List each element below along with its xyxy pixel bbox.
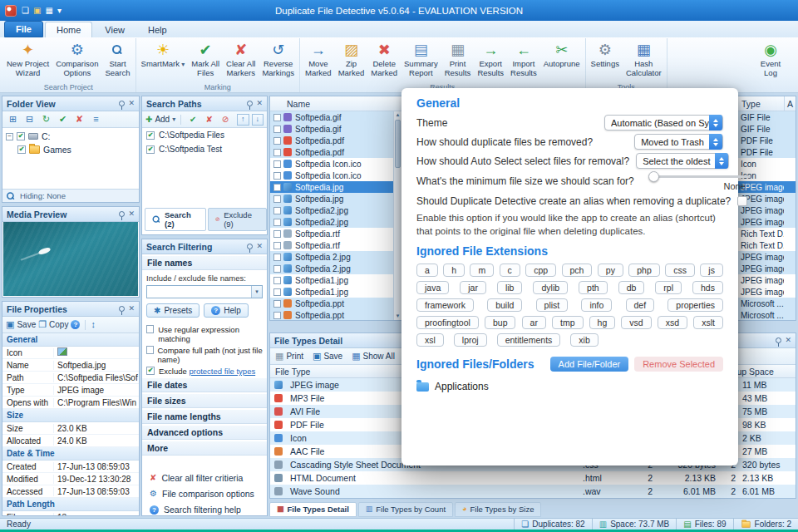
ribbon-button-autoprune[interactable]: ✂Autoprune [540,38,584,82]
extension-tag-java[interactable]: java [416,281,449,294]
copy-properties-button[interactable]: ❐Copy [38,320,68,329]
ribbon-button-smartmark[interactable]: ☀SmartMark ▾ [138,38,189,82]
filter-link-clear-all-filter-critieria[interactable]: ✘Clear all filter critieria [150,473,259,483]
close-icon[interactable]: ✕ [128,305,135,313]
ribbon-button-settings[interactable]: ⚙Settings [588,38,623,82]
file-type-row[interactable]: HTML Document.html22.13 KB22.13 KB [270,471,796,485]
filter-link-search-filtering-help[interactable]: ?Search filtering help [150,505,259,515]
row-checkbox[interactable] [273,160,281,168]
extension-tag-js[interactable]: js [700,264,723,277]
extension-tag-ar[interactable]: ar [522,316,546,329]
ribbon-button-new-project-wizard[interactable]: ✦New ProjectWizard [3,38,52,82]
filter-section-file-dates[interactable]: File dates [142,378,267,392]
extension-tag-hds[interactable]: hds [692,281,723,294]
checkbox[interactable] [146,325,154,333]
extension-tag-h[interactable]: h [443,264,465,277]
combo-arrow-icon[interactable]: ▾ [251,286,262,298]
row-checkbox[interactable] [273,195,281,203]
extension-tag-m[interactable]: m [470,264,494,277]
row-checkbox[interactable] [273,242,281,249]
row-checkbox[interactable] [273,288,281,296]
down-icon[interactable]: ↓ [252,114,264,126]
row-checkbox[interactable] [273,265,281,273]
property-section-path-length[interactable]: Path Length [2,498,139,511]
extension-tag-vsd[interactable]: vsd [621,316,651,329]
expander-icon[interactable]: − [6,133,13,140]
row-checkbox[interactable] [273,219,281,226]
extension-tag-build[interactable]: build [487,298,522,312]
add-file-folder-button[interactable]: Add File/Folder [550,357,629,372]
extension-tag-pch[interactable]: pch [562,264,593,277]
column-header-type[interactable]: Type [737,96,784,111]
close-icon[interactable]: ✕ [256,100,263,107]
extension-tag-c[interactable]: c [500,264,520,277]
extension-tag-xib[interactable]: xib [570,333,598,347]
show-all-toggle[interactable]: ▦Show All [352,352,395,361]
close-icon[interactable]: ✕ [128,210,135,218]
ribbon-button-delete-marked[interactable]: ✖DeleteMarked [367,38,401,82]
extension-tag-db[interactable]: db [618,281,645,294]
pin-icon[interactable] [776,337,781,343]
extension-tag-info[interactable]: info [581,298,612,312]
tab-home[interactable]: Home [45,22,92,37]
extension-tag-framework[interactable]: framework [416,298,474,312]
path-checkbox[interactable]: ✔ [146,131,155,140]
column-header-attributes[interactable]: A [784,96,796,111]
pin-icon[interactable] [119,101,125,106]
ribbon-button-reverse-markings[interactable]: ↺ReverseMarkings [259,38,298,82]
checkbox[interactable]: ✔ [146,367,155,375]
extension-tag-py[interactable]: py [598,264,623,277]
ribbon-button-hash-calculator[interactable]: ▦HashCalculator [623,38,665,82]
filter-section-advanced-options[interactable]: Advanced options [142,426,267,440]
ignored-folder-item[interactable]: Applications [416,379,723,394]
extension-tag-pth[interactable]: pth [579,281,608,294]
filter-section-more[interactable]: More [142,441,267,456]
ribbon-button-clear-all-markers[interactable]: ✘Clear AllMarkers [223,38,259,82]
extension-tag-a[interactable]: a [416,264,438,277]
search-path-item[interactable]: ✔C:\Softpedia Test [142,142,267,156]
check-icon[interactable]: ✔ [56,113,70,126]
pin-icon[interactable] [247,244,253,249]
extension-tag-lproj[interactable]: lproj [454,333,487,347]
extension-tag-xsd[interactable]: xsd [658,316,687,329]
filter-section-file-names[interactable]: File names [142,256,267,270]
scroll-down-icon[interactable]: ▼ [394,313,401,320]
file-type-row[interactable]: Wave Sound.wav26.01 MB26.01 MB [270,485,796,498]
ribbon-button-comparison-options[interactable]: ⚙ComparisonOptions [52,38,101,82]
extension-tag-jar[interactable]: jar [460,281,486,294]
row-checkbox[interactable] [273,184,281,191]
pin-icon[interactable] [119,211,125,217]
row-checkbox[interactable] [273,254,281,261]
check-icon[interactable]: ✔ [186,113,200,126]
row-checkbox[interactable] [273,172,281,180]
extension-tag-properties[interactable]: properties [667,298,723,312]
extension-tag-def[interactable]: def [626,298,655,312]
save-properties-button[interactable]: ▣Save [6,320,36,329]
checkbox[interactable] [146,346,154,354]
extension-tag-php[interactable]: php [628,264,660,277]
tab-search-2[interactable]: Search (2) [145,208,206,231]
uncheck-icon[interactable]: ✘ [202,113,215,126]
minimum-file-size-slider[interactable] [649,175,751,178]
tree-checkbox[interactable]: ✔ [17,145,26,154]
tab-file[interactable]: File [4,21,43,37]
help-icon[interactable]: ? [71,320,80,329]
pin-icon[interactable] [247,101,253,106]
save-report-button[interactable]: ▣Save [313,352,342,361]
ribbon-button-zip-marked[interactable]: ▨ZipMarked [335,38,368,82]
sort-icon[interactable]: ↕ [91,320,96,329]
bottom-tab-file-types-detail[interactable]: ▦File Types Detail [269,502,357,517]
extension-tag-tmp[interactable]: tmp [552,316,584,329]
filter-link-file-comparison-options[interactable]: ⚙File comparison options [150,489,259,499]
pin-icon[interactable] [119,306,125,312]
collapse-tree-icon[interactable]: ⊟ [22,113,37,126]
ribbon-button-import-results[interactable]: ←ImportResults [507,38,540,82]
row-checkbox[interactable] [273,230,281,238]
property-section-general[interactable]: General [2,333,139,347]
ribbon-button-mark-all-files[interactable]: ✔Mark AllFiles [188,38,223,82]
extension-tag-lib[interactable]: lib [497,281,523,294]
property-section-size[interactable]: Size [2,409,139,422]
tree-item-c[interactable]: −✔C: [2,130,139,143]
uncheck-icon[interactable]: ✘ [72,113,86,126]
row-checkbox[interactable] [273,300,281,308]
